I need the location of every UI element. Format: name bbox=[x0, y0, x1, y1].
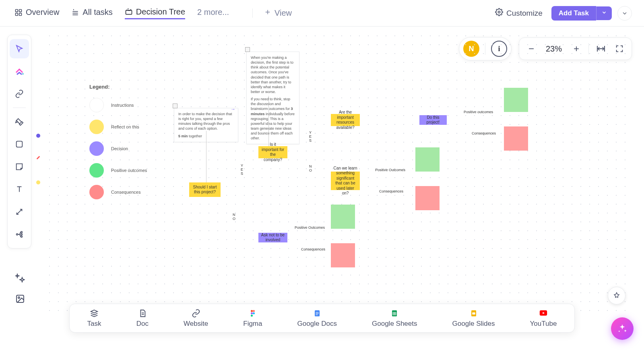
block-consequence-3[interactable] bbox=[331, 243, 355, 267]
node-important[interactable]: Is it important for the company? bbox=[258, 146, 287, 158]
bottom-cards-bar: Task Doc Website Figma Google Docs Googl… bbox=[69, 304, 575, 333]
block-positive-1[interactable] bbox=[504, 88, 528, 112]
svg-rect-12 bbox=[17, 141, 23, 147]
edge-label: Positive Outcomes bbox=[295, 226, 325, 230]
svg-point-27 bbox=[251, 310, 253, 312]
tab-all-tasks[interactable]: All tasks bbox=[71, 8, 112, 19]
svg-point-15 bbox=[17, 234, 18, 235]
more-menu-button[interactable] bbox=[617, 6, 632, 21]
node-do-project[interactable]: Do this project! bbox=[419, 115, 447, 125]
list-pin-icon bbox=[71, 8, 79, 17]
svg-point-29 bbox=[251, 313, 253, 315]
tab-more[interactable]: 2 more... bbox=[197, 8, 229, 19]
svg-point-28 bbox=[253, 310, 255, 312]
gear-icon bbox=[495, 8, 503, 18]
edge-label: Consequences bbox=[379, 189, 403, 193]
edge-label: Positive Outcomes bbox=[375, 168, 405, 172]
svg-point-10 bbox=[498, 11, 500, 13]
top-bar: Overview All tasks Decision Tree 2 more.… bbox=[0, 0, 644, 27]
left-toolbar: + bbox=[7, 35, 31, 248]
tool-mindmap[interactable] bbox=[10, 225, 29, 244]
tab-decision-tree[interactable]: Decision Tree bbox=[125, 7, 185, 19]
node-learn[interactable]: Can we learn something significant that … bbox=[331, 172, 360, 190]
grid-icon bbox=[14, 8, 23, 17]
svg-rect-3 bbox=[19, 13, 22, 15]
svg-point-16 bbox=[21, 232, 23, 233]
svg-point-31 bbox=[251, 315, 253, 317]
plus-icon bbox=[264, 8, 271, 18]
tool-pointer[interactable] bbox=[10, 39, 29, 58]
svg-text:+: + bbox=[22, 72, 24, 76]
tool-link[interactable] bbox=[10, 84, 29, 103]
tool-text[interactable] bbox=[10, 180, 29, 199]
add-task-dropdown[interactable] bbox=[596, 6, 612, 20]
svg-rect-35 bbox=[316, 315, 318, 315]
edge-label: NO bbox=[233, 213, 235, 221]
tool-pen[interactable] bbox=[10, 112, 29, 131]
note-connector-line-2 bbox=[206, 131, 206, 182]
tool-sticky[interactable] bbox=[10, 157, 29, 176]
block-consequence-2[interactable] bbox=[415, 186, 440, 210]
shape-style-indicator-icon bbox=[36, 156, 40, 159]
card-google-sheets[interactable]: Google Sheets bbox=[372, 308, 417, 328]
svg-rect-2 bbox=[16, 13, 18, 15]
add-task-button[interactable]: Add Task bbox=[551, 6, 596, 21]
link-icon bbox=[191, 308, 201, 318]
gdocs-icon bbox=[312, 308, 322, 318]
node-resources[interactable]: Are the important resources available? bbox=[331, 114, 360, 126]
add-view-button[interactable]: View bbox=[252, 8, 292, 18]
stack-icon bbox=[89, 308, 99, 318]
arrow-icon: → bbox=[231, 106, 235, 112]
svg-rect-0 bbox=[16, 9, 18, 12]
block-positive-2[interactable] bbox=[415, 147, 440, 172]
gsheets-icon bbox=[390, 308, 399, 318]
pen-color-indicator-icon bbox=[36, 134, 40, 138]
node-start[interactable]: Should I start this project? bbox=[189, 182, 221, 197]
tool-shape[interactable] bbox=[10, 135, 29, 154]
edge-label: NO bbox=[309, 164, 312, 172]
svg-rect-1 bbox=[19, 9, 22, 12]
tab-overview[interactable]: Overview bbox=[14, 8, 59, 19]
block-positive-3[interactable] bbox=[331, 205, 355, 229]
whiteboard-canvas[interactable]: Legend: Instructions Reflect on this Dec… bbox=[45, 31, 632, 312]
edge-label: Consequences bbox=[301, 247, 325, 251]
figma-icon bbox=[248, 308, 258, 318]
edge-label: Consequences bbox=[472, 131, 496, 135]
svg-point-18 bbox=[21, 236, 23, 238]
svg-point-20 bbox=[18, 297, 20, 298]
card-figma[interactable]: Figma bbox=[243, 308, 262, 328]
node-ask-not[interactable]: Ask not to be involved bbox=[258, 233, 287, 242]
card-youtube[interactable]: YouTube bbox=[530, 308, 557, 328]
doc-icon bbox=[138, 308, 147, 318]
tool-connector[interactable] bbox=[10, 202, 29, 221]
tool-ai-sparkle[interactable] bbox=[12, 270, 28, 286]
edge-label: Positive outcomes bbox=[464, 110, 493, 114]
tool-clickup[interactable]: + bbox=[10, 62, 29, 81]
tool-image[interactable] bbox=[12, 291, 28, 307]
pin-button[interactable] bbox=[608, 287, 625, 304]
legend: Legend: Instructions Reflect on this Dec… bbox=[89, 84, 147, 207]
edge-label: YES bbox=[309, 130, 312, 143]
customize-button[interactable]: Customize bbox=[495, 8, 543, 18]
note-connector-line bbox=[268, 96, 269, 146]
card-task[interactable]: Task bbox=[87, 308, 101, 328]
svg-rect-7 bbox=[126, 10, 132, 14]
instruction-note-big[interactable]: When you're making a decision, the first… bbox=[246, 52, 299, 144]
ai-assist-button[interactable] bbox=[611, 317, 634, 340]
svg-rect-33 bbox=[316, 312, 319, 313]
youtube-icon bbox=[539, 308, 548, 318]
block-consequence-1[interactable] bbox=[504, 126, 528, 151]
card-google-docs[interactable]: Google Docs bbox=[297, 308, 337, 328]
edge-label: YES bbox=[241, 164, 243, 176]
card-google-slides[interactable]: Google Slides bbox=[452, 308, 495, 328]
whiteboard-icon bbox=[125, 8, 133, 16]
sticky-color-indicator-icon bbox=[36, 180, 40, 184]
svg-rect-41 bbox=[472, 313, 475, 315]
card-doc[interactable]: Doc bbox=[136, 308, 149, 328]
svg-rect-34 bbox=[316, 313, 319, 314]
gslides-icon bbox=[469, 308, 479, 318]
card-website[interactable]: Website bbox=[184, 308, 208, 328]
svg-point-17 bbox=[21, 234, 23, 235]
svg-point-30 bbox=[253, 313, 255, 315]
